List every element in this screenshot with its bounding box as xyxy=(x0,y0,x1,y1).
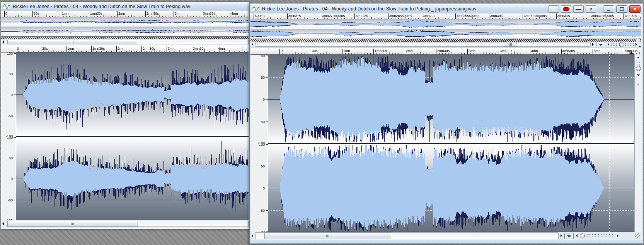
amplitude-label: -50 xyxy=(8,198,13,202)
zoom-in-arrow-icon[interactable] xyxy=(592,43,594,46)
disabled-tool-button[interactable]: H xyxy=(549,5,559,13)
ruler-label: 2mn xyxy=(118,12,125,15)
right-overview-scroll-track[interactable] xyxy=(255,42,591,47)
scroll-left-arrow-icon[interactable] xyxy=(252,43,253,46)
ruler-ticks xyxy=(250,14,641,19)
amplitude-label: 50 xyxy=(261,76,265,79)
right-window-title: Rickie Lee Jones - Pirates - 04 - Woody … xyxy=(262,6,477,12)
zoom-out-arrow-icon[interactable] xyxy=(576,234,578,237)
amplitude-label: 0 xyxy=(11,177,13,181)
left-overview-waveform[interactable] xyxy=(1,17,249,36)
right-overview-time-ruler[interactable]: 500ms3mn27s3mn27s500ms3mn28s3mn28s500ms3… xyxy=(250,14,641,20)
ruler-label: 0 xyxy=(17,47,19,51)
ruler-label: 2mn30s xyxy=(143,47,155,51)
scroll-left-arrow-icon[interactable] xyxy=(2,222,4,225)
record-icon xyxy=(563,7,569,11)
right-overview-scroll-thumb[interactable] xyxy=(504,42,517,47)
titlebar-button-group: H ? ✕ xyxy=(549,5,641,13)
left-main-waveform[interactable] xyxy=(16,52,249,221)
minimize-icon xyxy=(607,10,610,11)
h-zoom-slider-knob[interactable] xyxy=(580,233,585,238)
right-main-scroll-thumb[interactable] xyxy=(264,232,391,239)
ruler-label: 3mn xyxy=(168,47,175,51)
zoom-preset-button[interactable] xyxy=(564,233,574,239)
ruler-ticks xyxy=(1,46,249,52)
ruler-label: 1mn xyxy=(62,12,69,15)
zoom-out-arrow-icon[interactable] xyxy=(637,74,640,76)
vertical-zoom-strip xyxy=(634,54,642,232)
amplitude-label: 100 xyxy=(7,52,13,56)
amplitude-label: 50 xyxy=(9,72,13,76)
ruler-label: 3mn30s xyxy=(490,14,503,18)
zoom-in-arrow-icon[interactable] xyxy=(561,234,562,237)
right-waveform-pane: 100500-50-100100500-50-100 xyxy=(250,54,634,232)
amplitude-label: 0 xyxy=(11,93,13,97)
right-overview-scrollbar[interactable] xyxy=(250,42,641,47)
resize-grip[interactable] xyxy=(635,233,640,238)
left-window-title: Rickie Lee Jones - Pirates - 04 - Woody … xyxy=(13,4,191,9)
record-button[interactable] xyxy=(561,5,571,13)
ruler-label: 2mn xyxy=(406,49,413,53)
ruler-label: 3mn28s xyxy=(356,14,368,18)
ruler-label: 30s xyxy=(42,47,48,51)
left-main-time-ruler[interactable]: 030s1mn1mn30s2mn2mn30s3mn3mn30s4mn xyxy=(1,46,249,52)
left-main-scrollbar[interactable] xyxy=(1,220,249,227)
zoom-out-arrow-icon[interactable] xyxy=(608,43,609,46)
amplitude-label: -50 xyxy=(260,120,265,124)
right-amplitude-scale: 100500-50-100100500-50-100 xyxy=(250,55,268,232)
left-waveform-pane: 100500-50-100100500-50-100 xyxy=(1,52,249,221)
zoom-in-arrow-icon[interactable] xyxy=(617,234,618,237)
right-main-time-ruler[interactable]: 030s1mn1mn30s2mn2mn30s3mn3mn30s4mn4mn30s… xyxy=(250,49,641,55)
scroll-left-arrow-icon[interactable] xyxy=(2,41,4,44)
ruler-label: 1mn30s xyxy=(92,47,105,51)
right-main-scrollbar[interactable] xyxy=(250,232,641,240)
ruler-label: 1mn30s xyxy=(90,12,102,15)
ruler-label: 2mn30s xyxy=(437,49,450,53)
app-workspace: Rickie Lee Jones - Pirates - 04 - Woody … xyxy=(0,0,644,245)
zoom-in-arrow-icon[interactable] xyxy=(637,57,640,58)
help-button[interactable]: ? xyxy=(586,5,596,13)
scroll-up-arrow-icon[interactable] xyxy=(637,84,640,85)
ruler-label: 3mn xyxy=(469,49,475,53)
amplitude-label: -50 xyxy=(260,209,265,213)
amplitude-label: 50 xyxy=(9,156,13,160)
ruler-label: 2mn xyxy=(118,47,124,51)
ruler-label: 3mn xyxy=(175,12,182,15)
ruler-label: 30s xyxy=(312,49,318,53)
amplitude-label: 0 xyxy=(263,186,265,190)
right-overview-waveform[interactable] xyxy=(250,19,641,39)
amplitude-label: 100 xyxy=(7,136,13,140)
ruler-label: 1mn xyxy=(67,47,74,51)
amplitude-label: -50 xyxy=(8,114,13,118)
left-window-titlebar[interactable]: Rickie Lee Jones - Pirates - 04 - Woody … xyxy=(1,2,249,12)
line-icon xyxy=(576,9,581,10)
amplitude-label: 50 xyxy=(261,164,265,168)
amplitude-label: 100 xyxy=(259,54,265,58)
left-main-scroll-thumb[interactable] xyxy=(7,221,138,227)
v-zoom-slider-knob[interactable] xyxy=(636,66,641,71)
right-window-titlebar[interactable]: Rickie Lee Jones - Pirates - 04 - Woody … xyxy=(250,4,642,14)
h-zoom-slider-knob[interactable] xyxy=(619,42,624,47)
ruler-label: 3mn30s xyxy=(500,49,512,53)
left-overview-scroll-thumb[interactable] xyxy=(7,40,137,44)
close-button[interactable]: ✕ xyxy=(629,5,641,13)
ruler-label: 5mn30s xyxy=(625,49,637,53)
minimize-button[interactable] xyxy=(603,5,614,13)
ruler-label: 1mn30s xyxy=(375,49,387,53)
waveform-file-icon xyxy=(3,3,10,10)
right-main-waveform[interactable] xyxy=(268,55,634,232)
ruler-label: 1mn xyxy=(343,49,350,53)
waveform-file-icon xyxy=(252,6,260,12)
zoom-in-arrow-icon[interactable] xyxy=(635,43,637,46)
left-overview-time-ruler[interactable]: 030s1mn1mn30s2mn2mn30s3mn3mn30s4mn xyxy=(1,11,249,17)
ruler-label: 3mn27s500ms xyxy=(322,14,345,18)
scroll-left-arrow-icon[interactable] xyxy=(252,234,253,237)
right-document-window: Rickie Lee Jones - Pirates - 04 - Woody … xyxy=(249,3,643,244)
left-overview-scrollbar[interactable] xyxy=(1,39,249,45)
ruler-label: 4mn30s xyxy=(562,49,575,53)
left-amplitude-scale: 100500-50-100100500-50-100 xyxy=(1,52,16,221)
triangle-down-icon xyxy=(567,235,571,237)
line-tool-button[interactable] xyxy=(573,5,584,13)
h-zoom-slider-track[interactable] xyxy=(586,234,614,237)
restore-button[interactable] xyxy=(616,5,627,13)
